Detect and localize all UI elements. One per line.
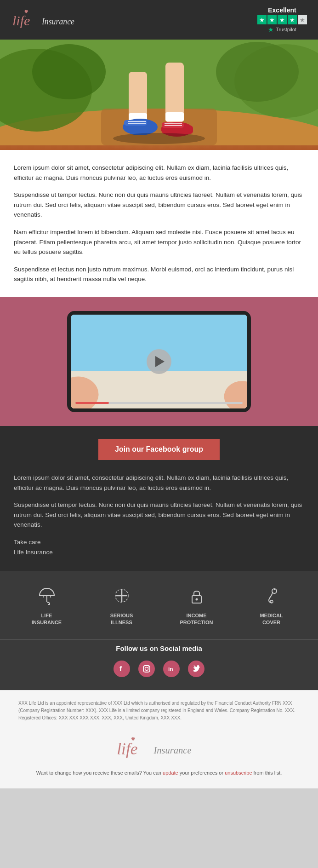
icons-section: LIFEINSURANCE SERIOUSILLNESS (0, 571, 318, 639)
play-triangle-icon (155, 356, 165, 367)
svg-point-8 (216, 42, 299, 102)
icon-item-serious-illness: SERIOUSILLNESS (84, 584, 159, 627)
video-player-wrapper (67, 311, 251, 412)
take-care-line1: Take care (14, 539, 41, 546)
second-text-section: Lorem ipsum dolor sit amet, consectetur … (0, 473, 318, 571)
svg-point-38 (145, 667, 148, 670)
svg-text:life: life (12, 13, 30, 29)
legal-text: XXX Life Ltd is an appointed representat… (18, 700, 300, 722)
footer-update-link[interactable]: update (163, 770, 178, 776)
serious-illness-icon (110, 584, 134, 608)
svg-point-39 (148, 667, 149, 667)
second-text-para-2: Suspendisse ut tempor lectus. Nunc non d… (14, 500, 304, 530)
lock-icon (185, 584, 209, 608)
social-section: Follow us on Social media f in (0, 639, 318, 690)
facebook-section: Join our Facebook group (0, 426, 318, 473)
footer-logo-svg: life Insurance (112, 736, 206, 761)
social-icons: f in (14, 661, 304, 677)
trustpilot-excellent-label: Excellent (257, 6, 307, 14)
take-care-text: Take care Life Insurance (14, 537, 304, 557)
footer-middle-text: your preferences or (180, 770, 223, 776)
take-care-line2: Life Insurance (14, 549, 53, 556)
facebook-icon-button[interactable]: f (114, 661, 130, 677)
second-text-para-1: Lorem ipsum dolor sit amet, consectetur … (14, 473, 304, 493)
text-section-1: Lorem ipsum dolor sit amet, consectetur … (0, 150, 318, 297)
text-para-3: Nam efficitur imperdiet lorem id bibendu… (14, 227, 304, 257)
footer-logo-section: life Insurance (0, 731, 318, 769)
svg-text:f: f (119, 665, 122, 673)
footer-change-text: Want to change how you receive these ema… (36, 770, 161, 776)
linkedin-icon-button[interactable]: in (163, 661, 180, 677)
star-3: ★ (278, 15, 287, 24)
tp-star-icon: ★ (268, 26, 274, 33)
serious-illness-label: SERIOUSILLNESS (110, 612, 133, 627)
medical-icon (260, 584, 284, 608)
video-section (0, 297, 318, 426)
text-para-2: Suspendisse ut tempor lectus. Nunc non d… (14, 190, 304, 220)
life-insurance-label: LIFEINSURANCE (32, 612, 62, 627)
play-button[interactable] (147, 349, 171, 374)
logo-svg: life Insurance (8, 9, 82, 31)
svg-point-7 (32, 44, 106, 99)
trustpilot-logo: ★ Trustpilot (257, 26, 307, 33)
star-5: ★ (298, 15, 307, 24)
star-4: ★ (288, 15, 297, 24)
svg-rect-12 (165, 112, 184, 121)
hero-image-inner (0, 40, 318, 150)
income-protection-label: INCOMEPROTECTION (180, 612, 213, 627)
video-player[interactable] (67, 311, 251, 412)
legal-section: XXX Life Ltd is an appointed representat… (0, 690, 318, 731)
footer-unsubscribe-link[interactable]: unsubscribe (225, 770, 252, 776)
twitter-icon-button[interactable] (188, 661, 204, 677)
trustpilot-block: Excellent ★ ★ ★ ★ ★ ★ Trustpilot (257, 6, 307, 33)
hero-image (0, 40, 318, 150)
svg-rect-20 (162, 122, 184, 128)
trustpilot-brand-label: Trustpilot (276, 27, 296, 32)
hero-illustration (0, 40, 318, 145)
medical-cover-label: MEDICALCOVER (260, 612, 283, 627)
text-para-1: Lorem ipsum dolor sit amet, consectetur … (14, 163, 304, 183)
logo-wrapper: life Insurance (8, 9, 82, 31)
social-title: Follow us on Social media (14, 644, 304, 652)
footer-links-text: Want to change how you receive these ema… (14, 769, 304, 777)
icon-item-income-protection: INCOMEPROTECTION (159, 584, 234, 627)
header: life Insurance Excellent ★ ★ ★ ★ ★ ★ Tru… (0, 0, 318, 40)
icon-item-life-insurance: LIFEINSURANCE (9, 584, 84, 627)
svg-text:Insurance: Insurance (153, 745, 192, 755)
svg-point-31 (195, 598, 198, 601)
star-1: ★ (257, 15, 267, 24)
text-para-4: Suspendisse et lectus non justo rutrum m… (14, 264, 304, 284)
svg-text:in: in (168, 666, 173, 673)
umbrella-icon (35, 584, 59, 608)
facebook-group-button[interactable]: Join our Facebook group (98, 439, 220, 460)
svg-point-23 (113, 133, 205, 144)
svg-rect-15 (124, 120, 147, 126)
icon-item-medical-cover: MEDICALCOVER (234, 584, 309, 627)
footer-end-text: from this list. (254, 770, 282, 776)
video-progress-fill (75, 402, 109, 404)
trustpilot-stars: ★ ★ ★ ★ ★ (257, 15, 307, 24)
svg-rect-37 (143, 666, 150, 672)
video-progress-bar (75, 402, 243, 404)
svg-text:Insurance: Insurance (41, 17, 74, 26)
svg-text:life: life (117, 740, 138, 758)
star-2: ★ (267, 15, 277, 24)
footer-links-section: Want to change how you receive these ema… (0, 769, 318, 788)
instagram-icon-button[interactable] (138, 661, 155, 677)
